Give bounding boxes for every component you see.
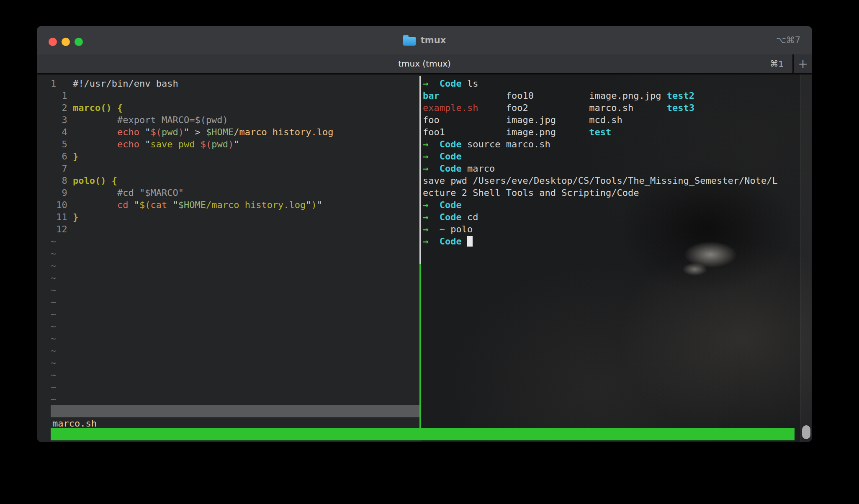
- tab-bar: tmux (tmux) ⌘1 +: [37, 54, 812, 73]
- tilde-marker: ~: [51, 236, 56, 247]
- vim-tilde-row: ~: [51, 332, 334, 345]
- vim-tilde-row: ~: [51, 260, 334, 272]
- pane-divider-bottom[interactable]: [419, 264, 421, 428]
- code-segment: bar: [423, 90, 440, 101]
- code-segment: polo: [445, 224, 473, 234]
- vim-tilde-row: ~: [51, 247, 334, 260]
- code-segment: pwd: [162, 127, 178, 137]
- vim-tilde-row: ~: [51, 320, 334, 332]
- scrollbar-track[interactable]: [800, 75, 812, 442]
- code-segment: /marco_history.log: [206, 200, 306, 210]
- tilde-marker: ~: [51, 248, 56, 259]
- tab-title[interactable]: tmux (tmux): [37, 54, 812, 73]
- code-segment: polo() {: [73, 175, 117, 186]
- terminal-line: bar foo10 image.png.jpg test2: [423, 90, 778, 102]
- new-tab-button[interactable]: +: [792, 54, 812, 73]
- terminal-line: → Code marco: [423, 162, 778, 175]
- code-segment: foo2 marco.sh: [478, 103, 666, 113]
- line-number: 3: [51, 115, 73, 125]
- code-segment: [73, 127, 117, 137]
- line-number: 7: [51, 163, 73, 174]
- vim-line: 1 #!/usr/bin/env bash: [51, 77, 334, 90]
- vim-line: 8 polo() {: [51, 175, 334, 187]
- titlebar-shortcut: ⌥⌘7: [776, 26, 800, 54]
- scrollbar-thumb[interactable]: [802, 425, 810, 439]
- code-segment: $(: [201, 139, 212, 149]
- code-segment: $(: [150, 127, 162, 137]
- code-segment: save pwd /Users/eve/Desktop/CS/Tools/The…: [423, 175, 778, 186]
- vim-filename: marco.sh: [52, 417, 97, 429]
- tmux-status-bar: [0] 0:zsh* 1:zsh- 2:zsh 3:zsh "Eves-Air.…: [51, 428, 795, 440]
- line-number: 12: [51, 224, 73, 234]
- vim-tilde-row: ~: [51, 235, 334, 247]
- code-segment: Code: [440, 151, 462, 162]
- line-number: 1: [51, 90, 73, 101]
- tab-shortcut: ⌘1: [770, 54, 784, 73]
- line-number: 6: [51, 151, 73, 162]
- code-segment: foo image.jpg mcd.sh: [423, 115, 622, 125]
- code-segment: test: [589, 127, 611, 137]
- tilde-marker: ~: [51, 285, 56, 295]
- vim-line: 4 echo "$(pwd)" > $HOME/marco_history.lo…: [51, 126, 334, 138]
- code-segment: →: [423, 139, 440, 149]
- code-segment: marco() {: [73, 103, 123, 113]
- code-segment: $HOME: [178, 200, 206, 210]
- code-segment: test2: [667, 90, 694, 101]
- code-segment: }: [73, 212, 78, 222]
- code-segment: →: [423, 236, 440, 247]
- code-segment: [73, 200, 117, 210]
- code-segment: →: [423, 151, 440, 162]
- vim-line: 11 }: [51, 211, 334, 223]
- line-number: 4: [51, 127, 73, 137]
- vim-line: 6 }: [51, 150, 334, 162]
- code-segment: foo10 image.png.jpg: [440, 90, 667, 101]
- line-number: 10: [51, 200, 73, 210]
- pane-divider-top[interactable]: [419, 76, 421, 264]
- terminal-line: → ~ polo: [423, 223, 778, 235]
- vim-line: 1: [51, 90, 334, 102]
- code-segment: Code: [440, 212, 462, 222]
- vim-tilde-row: ~: [51, 272, 334, 284]
- code-segment: ): [311, 200, 317, 210]
- terminal-line: → Code cd: [423, 211, 778, 223]
- tilde-marker: ~: [51, 357, 56, 368]
- terminal-line: save pwd /Users/eve/Desktop/CS/Tools/The…: [423, 175, 778, 187]
- code-segment: ): [228, 139, 234, 149]
- tmux-windows-list[interactable]: [0] 0:zsh* 1:zsh- 2:zsh 3:zsh: [51, 440, 218, 442]
- code-segment: cd: [117, 200, 129, 210]
- tilde-marker: ~: [51, 370, 56, 380]
- tilde-marker: ~: [51, 260, 56, 271]
- code-segment: ~: [440, 224, 445, 234]
- code-segment: $(: [139, 200, 151, 210]
- terminal-line: foo image.jpg mcd.sh: [423, 114, 778, 126]
- code-segment: ": [139, 139, 151, 149]
- terminal-pane-zsh[interactable]: → Code lsbar foo10 image.png.jpg test2ex…: [421, 75, 812, 442]
- code-segment: pwd: [211, 139, 228, 149]
- tilde-marker: ~: [51, 394, 56, 404]
- terminal-lines: → Code lsbar foo10 image.png.jpg test2ex…: [423, 77, 778, 247]
- terminal-line: foo1 image.png test: [423, 126, 778, 138]
- code-segment: Code: [440, 200, 462, 210]
- vim-scroll-indicator: All: [400, 442, 417, 442]
- line-number: 8: [51, 175, 73, 186]
- code-segment: ): [178, 127, 184, 137]
- vim-line: 2 marco() {: [51, 102, 334, 114]
- terminal-content: → Code lsbar foo10 image.png.jpg test2ex…: [37, 75, 812, 442]
- vim-editor-pane[interactable]: 1 #!/usr/bin/env bash 1 2 marco() { 3 #e…: [51, 77, 334, 405]
- line-number: 2: [51, 103, 73, 113]
- terminal-line: example.sh foo2 marco.sh test3: [423, 102, 778, 114]
- terminal-line: → Code ls: [423, 77, 778, 90]
- code-segment: save pwd: [150, 139, 200, 149]
- line-number: 11: [51, 212, 73, 222]
- vim-tilde-row: ~: [51, 296, 334, 308]
- terminal-line: → Code: [423, 150, 778, 162]
- code-segment: example.sh: [423, 103, 478, 113]
- code-segment: →: [423, 224, 440, 234]
- terminal-window: tmux ⌥⌘7 tmux (tmux) ⌘1 + → Code lsbar f…: [37, 26, 812, 442]
- code-segment: cd: [462, 212, 478, 222]
- code-segment: #cd "$MARCO": [117, 188, 184, 198]
- code-segment: ": [234, 139, 239, 149]
- code-segment: echo: [117, 127, 139, 137]
- terminal-line: → Code source marco.sh: [423, 138, 778, 150]
- vim-tilde-row: ~: [51, 393, 334, 405]
